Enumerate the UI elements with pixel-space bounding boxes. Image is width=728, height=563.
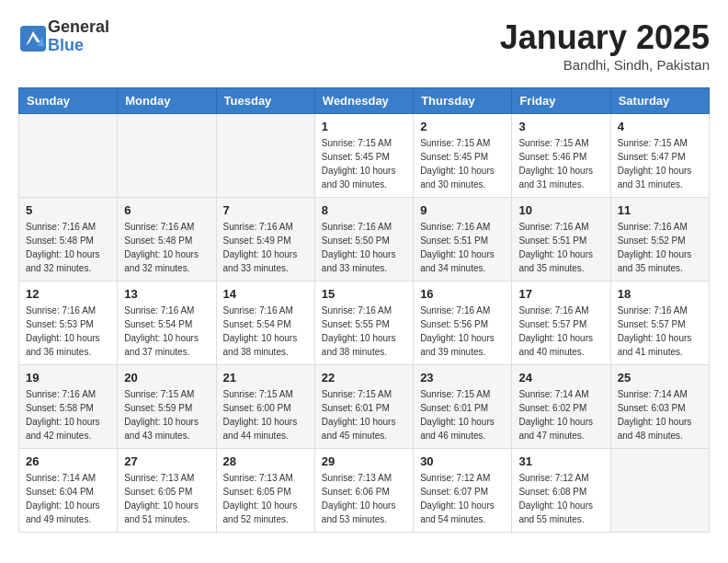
day-info: Sunrise: 7:16 AM Sunset: 5:48 PM Dayligh…: [26, 220, 110, 275]
day-number: 31: [518, 454, 603, 468]
calendar-cell: 22Sunrise: 7:15 AM Sunset: 6:01 PM Dayli…: [314, 365, 413, 449]
day-number: 6: [124, 203, 209, 217]
day-info: Sunrise: 7:15 AM Sunset: 6:00 PM Dayligh…: [223, 387, 308, 442]
header-day-thursday: Thursday: [414, 88, 512, 114]
day-number: 23: [420, 371, 505, 385]
calendar-cell: 27Sunrise: 7:13 AM Sunset: 6:05 PM Dayli…: [118, 449, 216, 533]
month-title: January 2025: [500, 18, 710, 57]
calendar-week-row: 5Sunrise: 7:16 AM Sunset: 5:48 PM Daylig…: [19, 198, 710, 282]
calendar-cell: 21Sunrise: 7:15 AM Sunset: 6:00 PM Dayli…: [216, 365, 314, 449]
day-info: Sunrise: 7:16 AM Sunset: 5:51 PM Dayligh…: [420, 220, 505, 275]
calendar-cell: [19, 114, 118, 198]
day-info: Sunrise: 7:15 AM Sunset: 6:01 PM Dayligh…: [322, 387, 406, 442]
day-info: Sunrise: 7:16 AM Sunset: 5:57 PM Dayligh…: [618, 304, 702, 359]
day-number: 1: [322, 120, 406, 133]
calendar-cell: 23Sunrise: 7:15 AM Sunset: 6:01 PM Dayli…: [414, 365, 512, 449]
page-header: General Blue January 2025 Bandhi, Sindh,…: [18, 18, 710, 73]
day-number: 8: [322, 203, 406, 217]
day-number: 4: [618, 120, 702, 133]
calendar-cell: 10Sunrise: 7:16 AM Sunset: 5:51 PM Dayli…: [512, 198, 610, 282]
day-number: 14: [223, 287, 308, 301]
calendar-cell: 11Sunrise: 7:16 AM Sunset: 5:52 PM Dayli…: [610, 198, 709, 282]
calendar-week-row: 1Sunrise: 7:15 AM Sunset: 5:45 PM Daylig…: [19, 114, 710, 198]
calendar-cell: 8Sunrise: 7:16 AM Sunset: 5:50 PM Daylig…: [314, 198, 413, 282]
calendar-cell: 18Sunrise: 7:16 AM Sunset: 5:57 PM Dayli…: [610, 282, 709, 365]
logo-general-text: General: [48, 18, 109, 37]
day-number: 26: [26, 454, 110, 468]
day-number: 2: [420, 120, 505, 133]
calendar-week-row: 26Sunrise: 7:14 AM Sunset: 6:04 PM Dayli…: [19, 449, 710, 533]
calendar-cell: 5Sunrise: 7:16 AM Sunset: 5:48 PM Daylig…: [19, 198, 118, 282]
day-number: 25: [618, 371, 702, 385]
day-info: Sunrise: 7:14 AM Sunset: 6:04 PM Dayligh…: [26, 471, 110, 526]
calendar-cell: 20Sunrise: 7:15 AM Sunset: 5:59 PM Dayli…: [118, 365, 216, 449]
day-info: Sunrise: 7:16 AM Sunset: 5:56 PM Dayligh…: [420, 304, 505, 359]
day-number: 16: [420, 287, 505, 301]
calendar-cell: 14Sunrise: 7:16 AM Sunset: 5:54 PM Dayli…: [216, 282, 314, 365]
calendar-cell: 9Sunrise: 7:16 AM Sunset: 5:51 PM Daylig…: [414, 198, 512, 282]
calendar-cell: 28Sunrise: 7:13 AM Sunset: 6:05 PM Dayli…: [216, 449, 314, 533]
header-day-tuesday: Tuesday: [216, 88, 314, 114]
calendar-cell: 12Sunrise: 7:16 AM Sunset: 5:53 PM Dayli…: [19, 282, 118, 365]
day-info: Sunrise: 7:15 AM Sunset: 5:47 PM Dayligh…: [618, 136, 702, 191]
day-info: Sunrise: 7:15 AM Sunset: 5:59 PM Dayligh…: [124, 387, 209, 442]
day-number: 20: [124, 371, 209, 385]
logo: General Blue: [18, 18, 109, 55]
day-info: Sunrise: 7:15 AM Sunset: 5:46 PM Dayligh…: [518, 136, 603, 191]
header-day-monday: Monday: [118, 88, 216, 114]
calendar-cell: 13Sunrise: 7:16 AM Sunset: 5:54 PM Dayli…: [118, 282, 216, 365]
day-info: Sunrise: 7:14 AM Sunset: 6:03 PM Dayligh…: [618, 387, 702, 442]
day-number: 13: [124, 287, 209, 301]
header-day-friday: Friday: [512, 88, 610, 114]
day-info: Sunrise: 7:16 AM Sunset: 5:48 PM Dayligh…: [124, 220, 209, 275]
day-number: 17: [518, 287, 603, 301]
day-number: 30: [420, 454, 505, 468]
day-number: 22: [322, 371, 406, 385]
day-info: Sunrise: 7:16 AM Sunset: 5:58 PM Dayligh…: [26, 387, 110, 442]
calendar-cell: 3Sunrise: 7:15 AM Sunset: 5:46 PM Daylig…: [512, 114, 610, 198]
header-day-sunday: Sunday: [19, 88, 118, 114]
day-info: Sunrise: 7:16 AM Sunset: 5:54 PM Dayligh…: [124, 304, 209, 359]
calendar-table: SundayMondayTuesdayWednesdayThursdayFrid…: [18, 87, 710, 533]
calendar-cell: 17Sunrise: 7:16 AM Sunset: 5:57 PM Dayli…: [512, 282, 610, 365]
day-info: Sunrise: 7:12 AM Sunset: 6:08 PM Dayligh…: [518, 471, 603, 526]
calendar-cell: 26Sunrise: 7:14 AM Sunset: 6:04 PM Dayli…: [19, 449, 118, 533]
day-info: Sunrise: 7:14 AM Sunset: 6:02 PM Dayligh…: [518, 387, 603, 442]
calendar-cell: 15Sunrise: 7:16 AM Sunset: 5:55 PM Dayli…: [314, 282, 413, 365]
calendar-week-row: 19Sunrise: 7:16 AM Sunset: 5:58 PM Dayli…: [19, 365, 710, 449]
day-number: 9: [420, 203, 505, 217]
day-number: 11: [618, 203, 702, 217]
day-number: 27: [124, 454, 209, 468]
day-info: Sunrise: 7:16 AM Sunset: 5:51 PM Dayligh…: [518, 220, 603, 275]
header-day-saturday: Saturday: [610, 88, 709, 114]
logo-blue-text: Blue: [48, 37, 109, 55]
day-number: 19: [26, 371, 110, 385]
day-number: 29: [322, 454, 406, 468]
day-number: 24: [518, 371, 603, 385]
calendar-cell: [216, 114, 314, 198]
calendar-cell: 7Sunrise: 7:16 AM Sunset: 5:49 PM Daylig…: [216, 198, 314, 282]
calendar-cell: 29Sunrise: 7:13 AM Sunset: 6:06 PM Dayli…: [314, 449, 413, 533]
day-number: 7: [223, 203, 308, 217]
day-number: 28: [223, 454, 308, 468]
day-info: Sunrise: 7:16 AM Sunset: 5:53 PM Dayligh…: [26, 304, 110, 359]
header-day-wednesday: Wednesday: [314, 88, 413, 114]
day-info: Sunrise: 7:15 AM Sunset: 6:01 PM Dayligh…: [420, 387, 505, 442]
calendar-cell: 25Sunrise: 7:14 AM Sunset: 6:03 PM Dayli…: [610, 365, 709, 449]
day-number: 5: [26, 203, 110, 217]
calendar-cell: 4Sunrise: 7:15 AM Sunset: 5:47 PM Daylig…: [610, 114, 709, 198]
day-info: Sunrise: 7:16 AM Sunset: 5:50 PM Dayligh…: [322, 220, 406, 275]
calendar-cell: 6Sunrise: 7:16 AM Sunset: 5:48 PM Daylig…: [118, 198, 216, 282]
calendar-cell: 19Sunrise: 7:16 AM Sunset: 5:58 PM Dayli…: [19, 365, 118, 449]
day-info: Sunrise: 7:13 AM Sunset: 6:05 PM Dayligh…: [223, 471, 308, 526]
day-info: Sunrise: 7:13 AM Sunset: 6:06 PM Dayligh…: [322, 471, 406, 526]
calendar-cell: 16Sunrise: 7:16 AM Sunset: 5:56 PM Dayli…: [414, 282, 512, 365]
calendar-cell: 30Sunrise: 7:12 AM Sunset: 6:07 PM Dayli…: [414, 449, 512, 533]
day-info: Sunrise: 7:15 AM Sunset: 5:45 PM Dayligh…: [420, 136, 505, 191]
calendar-cell: [118, 114, 216, 198]
calendar-cell: 31Sunrise: 7:12 AM Sunset: 6:08 PM Dayli…: [512, 449, 610, 533]
day-info: Sunrise: 7:13 AM Sunset: 6:05 PM Dayligh…: [124, 471, 209, 526]
day-info: Sunrise: 7:12 AM Sunset: 6:07 PM Dayligh…: [420, 471, 505, 526]
day-info: Sunrise: 7:16 AM Sunset: 5:54 PM Dayligh…: [223, 304, 308, 359]
day-number: 21: [223, 371, 308, 385]
